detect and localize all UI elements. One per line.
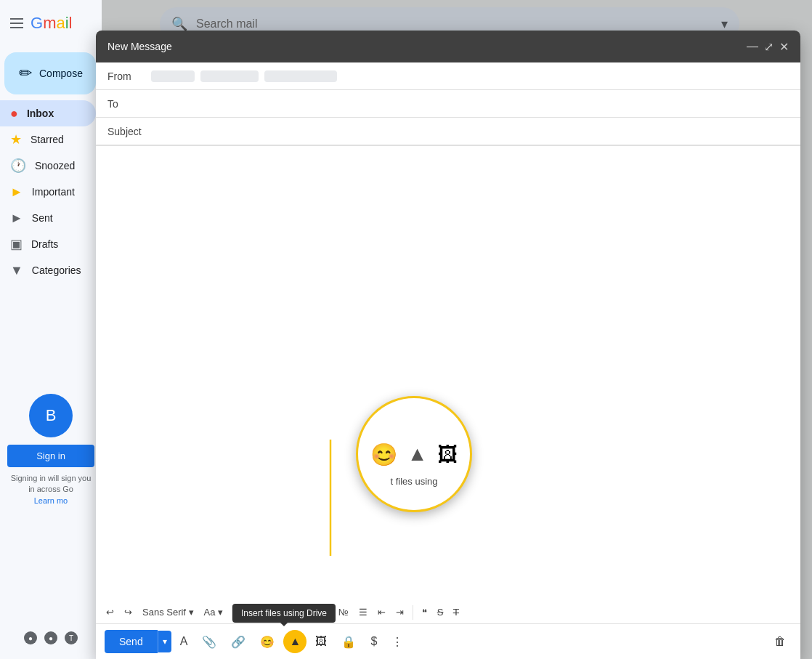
avatar-section: B Sign in Signing in will sign you in ac… — [0, 387, 102, 514]
paperclip-icon: 📎 — [202, 635, 216, 649]
signature-button[interactable]: $ — [365, 631, 383, 652]
sidebar-nav: ● Inbox ★ Starred 🕐 Snoozed ► Important … — [0, 100, 102, 283]
sidebar-item-inbox[interactable]: ● Inbox — [0, 100, 96, 126]
categories-icon: ▼ — [10, 263, 23, 278]
magnifier-text: t files using — [390, 476, 437, 487]
gmail-logo: Gmail — [31, 14, 72, 33]
from-chips — [151, 70, 337, 82]
sign-in-text: Signing in will sign you in across Go Le… — [7, 473, 94, 506]
sidebar-item-sent[interactable]: ► Sent — [0, 205, 96, 231]
inbox-icon: ● — [10, 106, 18, 121]
formatting-options-button[interactable]: A — [174, 631, 194, 652]
from-chip-3 — [264, 70, 337, 82]
sidebar-item-important[interactable]: ► Important — [0, 179, 96, 205]
compose-header: From To Subject — [96, 62, 800, 146]
drafts-icon: ▣ — [10, 236, 23, 252]
from-chip-2 — [200, 70, 259, 82]
tooltip-text: Insert files using Drive — [241, 608, 327, 618]
compose-label: Compose — [39, 68, 83, 79]
sidebar-item-drafts-label: Drafts — [31, 238, 58, 250]
from-label: From — [107, 70, 151, 82]
insert-drive-button[interactable]: ▲ — [283, 630, 306, 653]
signature-icon: $ — [370, 635, 377, 648]
compose-close-icon[interactable]: ✕ — [779, 40, 789, 54]
avatar: B — [29, 394, 73, 437]
send-button-group: Send ▾ — [105, 630, 171, 653]
nav-dot-2[interactable]: ● — [44, 631, 57, 644]
bottom-nav: ● ● T — [0, 624, 102, 652]
nav-dot-1[interactable]: ● — [24, 631, 37, 644]
learn-more-link[interactable]: Learn mo — [34, 496, 68, 505]
compose-from-field: From — [96, 62, 800, 90]
gmail-logo-text: Gmail — [31, 14, 72, 33]
subject-label: Subject — [107, 126, 151, 137]
lock-icon: 🔒 — [341, 635, 356, 649]
nav-dot-3[interactable]: T — [65, 631, 78, 644]
indent-less-button[interactable]: ⇤ — [373, 604, 390, 620]
sidebar-item-snoozed[interactable]: 🕐 Snoozed — [0, 153, 96, 179]
indent-more-button[interactable]: ⇥ — [391, 604, 408, 620]
numbered-list-button[interactable]: № — [334, 604, 353, 620]
compose-button[interactable]: ✏ Compose — [4, 52, 96, 94]
magnifier-emoji-icon: 😊 — [370, 442, 397, 467]
insert-photo-button[interactable]: 🖼 — [309, 631, 333, 652]
sidebar-item-categories[interactable]: ▼ Categories — [0, 257, 96, 283]
insert-link-button[interactable]: 🔗 — [225, 631, 251, 653]
send-options-button[interactable]: ▾ — [158, 631, 171, 652]
compose-expand-icon[interactable]: ⤢ — [764, 40, 774, 54]
compose-subject-field: Subject — [96, 118, 800, 145]
from-chip-1 — [151, 70, 195, 82]
drive-icon: ▲ — [289, 635, 301, 648]
subject-input[interactable] — [151, 126, 789, 137]
sidebar-item-important-label: Important — [32, 186, 75, 198]
font-family-label: Sans Serif — [142, 607, 186, 618]
format-toolbar: ↩ ↪ Sans Serif ▾ Aa ▾ B I U A▾ ≡▾ № ☰ ⇤ … — [96, 601, 800, 624]
compose-to-field: To — [96, 90, 800, 118]
to-input[interactable] — [151, 98, 789, 110]
compose-window: New Message — ⤢ ✕ From To Subject — [96, 31, 800, 659]
compose-body[interactable] — [96, 146, 800, 601]
hamburger-menu-icon[interactable] — [10, 16, 25, 31]
toggle-confidential-button[interactable]: 🔒 — [336, 631, 362, 653]
important-icon: ► — [10, 185, 23, 200]
sidebar-item-starred-label: Starred — [31, 134, 64, 145]
sidebar: Gmail ✏ Compose ● Inbox ★ Starred 🕐 Snoo… — [0, 0, 102, 659]
star-icon: ★ — [10, 132, 22, 147]
undo-button[interactable]: ↩ — [102, 604, 118, 620]
font-size-button[interactable]: Aa ▾ — [200, 604, 228, 620]
send-icon: ► — [10, 211, 23, 226]
attach-file-button[interactable]: 📎 — [196, 631, 222, 653]
emoji-icon: 😊 — [260, 635, 275, 649]
plus-icon: ✏ — [19, 64, 32, 83]
link-icon: 🔗 — [231, 635, 245, 649]
quote-button[interactable]: ❝ — [418, 604, 431, 620]
strikethrough-button[interactable]: S — [433, 604, 448, 620]
formatting-icon: A — [180, 635, 188, 648]
sidebar-item-drafts[interactable]: ▣ Drafts — [0, 231, 96, 257]
magnifier-content: 😊 ▲ 🖼 t files using — [370, 442, 458, 467]
bulleted-list-button[interactable]: ☰ — [354, 604, 372, 620]
compose-minimize-icon[interactable]: — — [747, 40, 758, 54]
remove-format-button[interactable]: T̶ — [449, 604, 463, 620]
insert-emoji-button[interactable]: 😊 — [254, 631, 280, 653]
delete-draft-button[interactable]: 🗑 — [768, 631, 792, 652]
tooltip: Insert files using Drive — [232, 604, 336, 623]
toolbar-separator-3 — [413, 605, 413, 620]
magnifier-photo-icon: 🖼 — [437, 442, 458, 466]
magnifier: 😊 ▲ 🖼 t files using — [356, 396, 472, 512]
sidebar-item-inbox-label: Inbox — [27, 108, 54, 119]
sidebar-item-snoozed-label: Snoozed — [35, 160, 75, 171]
gmail-header: Gmail — [0, 0, 102, 47]
photo-icon: 🖼 — [315, 635, 327, 648]
send-button[interactable]: Send — [105, 630, 158, 653]
sign-in-button[interactable]: Sign in — [7, 445, 94, 467]
more-options-button[interactable]: ⋮ — [386, 631, 409, 653]
sidebar-item-sent-label: Sent — [32, 212, 53, 224]
redo-button[interactable]: ↪ — [120, 604, 137, 620]
to-label: To — [107, 98, 151, 110]
sidebar-item-starred[interactable]: ★ Starred — [0, 126, 96, 153]
clock-icon: 🕐 — [10, 158, 26, 174]
bottom-actions: Send ▾ A 📎 🔗 😊 ▲ 🖼 🔒 $ ⋮ — [96, 624, 800, 659]
sidebar-item-categories-label: Categories — [32, 264, 81, 276]
font-family-button[interactable]: Sans Serif ▾ — [138, 604, 198, 620]
